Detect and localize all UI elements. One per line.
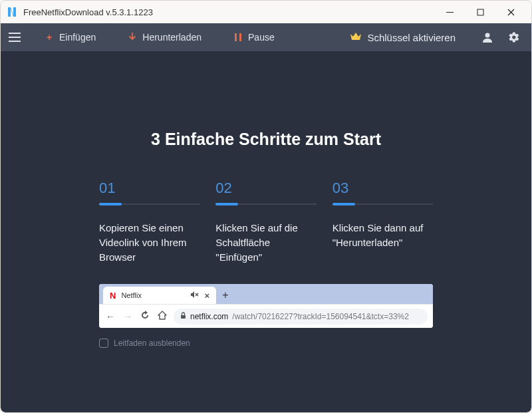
guide-heading: 3 Einfache Schritte zum Start	[99, 130, 433, 149]
mute-icon	[191, 291, 199, 299]
step-divider	[99, 204, 200, 205]
close-button[interactable]	[495, 1, 526, 23]
window-controls	[434, 1, 526, 23]
home-icon	[156, 311, 168, 322]
step-number: 01	[99, 180, 200, 197]
address-bar: netflix.com/watch/70216227?trackId=15609…	[174, 309, 428, 325]
url-path: /watch/70216227?trackId=156094541&tctx=3…	[232, 312, 409, 321]
download-button[interactable]: Herunterladen	[128, 32, 201, 43]
download-label: Herunterladen	[142, 32, 201, 43]
forward-icon: →	[122, 311, 134, 322]
settings-button[interactable]	[505, 28, 523, 47]
step-number: 02	[215, 180, 316, 197]
maximize-button[interactable]	[465, 1, 495, 23]
browser-tab: N Netflix ×	[103, 287, 216, 304]
svg-point-6	[485, 33, 490, 38]
checkbox-icon	[99, 339, 108, 348]
steps-row: 01 Kopieren Sie einen Videolink von Ihre…	[99, 180, 433, 264]
download-icon	[128, 33, 137, 42]
main-area: + Einfügen Herunterladen Pause Schlüssel…	[1, 23, 531, 412]
lock-icon	[180, 312, 186, 321]
browser-mock: N Netflix × + ← →	[99, 284, 433, 328]
toolbar: + Einfügen Herunterladen Pause Schlüssel…	[1, 23, 531, 51]
step-text: Klicken Sie auf die Schaltfläche "Einfüg…	[215, 221, 316, 264]
step-2: 02 Klicken Sie auf die Schaltfläche "Ein…	[215, 180, 316, 264]
svg-rect-4	[235, 33, 237, 41]
activate-key-button[interactable]: Schlüssel aktivieren	[350, 32, 456, 43]
tab-close-icon: ×	[204, 291, 209, 301]
step-divider	[215, 204, 316, 205]
activate-label: Schlüssel aktivieren	[367, 32, 456, 43]
pause-label: Pause	[248, 32, 275, 43]
url-domain: netflix.com	[190, 312, 228, 321]
plus-icon: +	[45, 32, 54, 43]
svg-rect-5	[239, 33, 241, 41]
pause-button[interactable]: Pause	[233, 32, 275, 43]
minimize-button[interactable]	[434, 1, 465, 23]
svg-rect-9	[181, 315, 186, 319]
step-text: Kopieren Sie einen Videolink von Ihrem B…	[99, 221, 200, 264]
hide-guide-label: Leitfaden ausblenden	[114, 339, 190, 348]
crown-icon	[350, 32, 362, 43]
step-3: 03 Klicken Sie dann auf "Herunterladen"	[332, 180, 433, 264]
paste-label: Einfügen	[59, 32, 96, 43]
hide-guide-checkbox[interactable]: Leitfaden ausblenden	[99, 339, 433, 348]
window-title: FreeNetflixDownload v.5.3.1.1223	[23, 7, 434, 17]
step-divider	[332, 204, 433, 205]
tab-title: Netflix	[121, 291, 186, 299]
pause-icon	[233, 33, 243, 41]
new-tab-icon: +	[216, 287, 235, 304]
reload-icon	[139, 311, 151, 322]
guide-content: 3 Einfache Schritte zum Start 01 Kopiere…	[1, 51, 531, 348]
browser-toolbar: ← → netflix.com/watch/70216227?trackId=1…	[99, 304, 433, 328]
paste-button[interactable]: + Einfügen	[45, 32, 96, 43]
netflix-favicon-icon: N	[110, 291, 116, 301]
app-logo-icon	[6, 6, 18, 18]
step-1: 01 Kopieren Sie einen Videolink von Ihre…	[99, 180, 200, 264]
back-icon: ←	[104, 311, 116, 322]
menu-button[interactable]	[9, 29, 25, 45]
step-text: Klicken Sie dann auf "Herunterladen"	[332, 221, 433, 250]
step-number: 03	[332, 180, 433, 197]
user-button[interactable]	[478, 28, 497, 47]
svg-rect-1	[477, 9, 483, 15]
browser-tabstrip: N Netflix × +	[99, 284, 433, 304]
titlebar: FreeNetflixDownload v.5.3.1.1223	[1, 1, 531, 23]
